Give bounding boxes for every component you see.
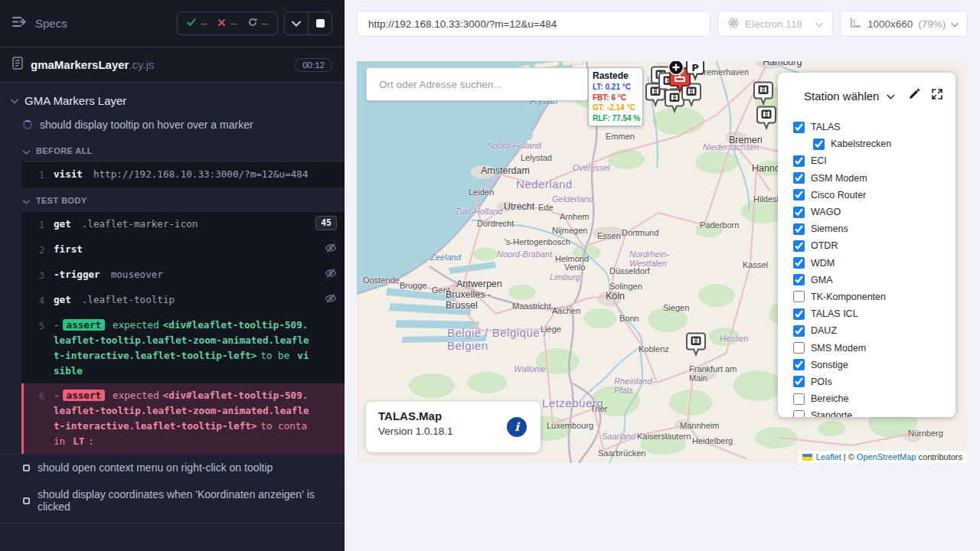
- ukraine-flag-icon: [802, 454, 812, 461]
- browser-select[interactable]: Electron 118: [717, 11, 833, 37]
- collapse-tests-button[interactable]: [285, 12, 308, 34]
- passed-count: --: [187, 18, 207, 29]
- station-checkbox[interactable]: [793, 223, 805, 235]
- reporter-header: Specs -- -- --: [0, 0, 345, 47]
- station-checkbox[interactable]: [793, 359, 805, 370]
- station-checkbox[interactable]: [793, 155, 805, 167]
- pending-square-icon: [23, 497, 30, 504]
- station-label: WAGO: [811, 207, 841, 217]
- osm-link[interactable]: OpenStreetMap: [857, 452, 916, 461]
- station-checkbox[interactable]: [793, 122, 805, 133]
- chevron-down-icon: [23, 144, 30, 158]
- edit-pencil-icon[interactable]: [908, 88, 920, 103]
- station-item: Kabelstrecken: [813, 135, 943, 152]
- invisible-eye-icon: [325, 242, 337, 259]
- station-checkbox[interactable]: [793, 376, 805, 387]
- suite-header[interactable]: GMA Markers Layer: [0, 83, 345, 112]
- station-item: WAGO: [793, 204, 943, 220]
- station-item: DAUZ: [793, 322, 943, 339]
- map-attribution: Leaflet | © OpenStreetMap contributors: [798, 451, 967, 463]
- electron-icon: [727, 17, 740, 31]
- cypress-reporter: Specs -- -- -- gmaMarkersLayer.cy.js 00:…: [0, 0, 345, 551]
- test-running[interactable]: should display tooltip on hover over a m…: [0, 112, 345, 138]
- viewport-select[interactable]: 1000x660 (79%): [840, 11, 968, 37]
- before-all-header[interactable]: BEFORE ALL: [0, 138, 345, 162]
- search-input[interactable]: [367, 79, 587, 90]
- test-pending-1[interactable]: should open context menu on right-click …: [0, 454, 345, 481]
- station-label: Bereiche: [811, 393, 848, 404]
- station-checkbox[interactable]: [793, 342, 805, 354]
- map[interactable]: HamburgBremerhavenBremenNiedersachsenHan…: [357, 61, 967, 463]
- station-item: TALAS: [793, 119, 943, 135]
- assert-failed-row[interactable]: 6 -assertexpected<div#leaflet-tooltip-50…: [21, 383, 345, 454]
- before-all-commands: 1 visithttp://192.168.10.33:3000/?m=12&u…: [21, 162, 345, 187]
- station-checkbox[interactable]: [793, 257, 805, 269]
- station-label: DAUZ: [811, 325, 837, 336]
- app-title: TALAS.Map: [378, 409, 528, 422]
- viewport-ruler-icon: [850, 17, 862, 31]
- spec-file-icon: [12, 57, 23, 73]
- about-card: TALAS.Map Version 1.0.18.1 i: [366, 402, 541, 452]
- station-label: TK-Komponenten: [811, 292, 886, 302]
- station-item: TK-Komponenten: [793, 289, 943, 305]
- station-checkbox[interactable]: [793, 189, 805, 201]
- station-label: Kabelstrecken: [831, 139, 891, 149]
- command-row-first[interactable]: 2 first: [21, 237, 345, 262]
- test-stats: -- -- --: [177, 11, 278, 35]
- station-item: Siemens: [793, 220, 943, 237]
- station-item: Sonstige: [793, 357, 943, 373]
- station-checkbox[interactable]: [793, 240, 805, 252]
- info-icon[interactable]: i: [507, 417, 527, 437]
- station-label: SMS Modem: [811, 343, 866, 354]
- station-label: TALAS: [811, 122, 841, 132]
- station-checkbox[interactable]: [793, 291, 805, 302]
- map-search[interactable]: [366, 67, 588, 101]
- station-checkbox[interactable]: [813, 139, 825, 150]
- url-bar[interactable]: [357, 11, 710, 37]
- url-input[interactable]: [368, 18, 699, 30]
- station-checkbox[interactable]: [793, 172, 805, 184]
- command-row-visit[interactable]: 1 visithttp://192.168.10.33:3000/?m=12&u…: [21, 162, 345, 187]
- spec-row[interactable]: gmaMarkersLayer.cy.js 00:12: [0, 47, 345, 83]
- specs-menu-icon[interactable]: [12, 16, 28, 31]
- assert-badge: assert: [63, 390, 106, 401]
- station-item: GMA: [793, 272, 943, 289]
- stop-icon: [316, 19, 325, 28]
- failed-count: --: [217, 18, 237, 29]
- station-checkbox[interactable]: [793, 207, 805, 218]
- run-controls: [284, 11, 332, 35]
- test-body-header[interactable]: TEST BODY: [0, 187, 345, 212]
- suite-title: GMA Markers Layer: [24, 94, 126, 107]
- leaflet-link[interactable]: Leaflet: [816, 452, 841, 461]
- station-checkbox[interactable]: [793, 325, 805, 337]
- command-row-get[interactable]: 1 get.leaflet-marker-icon 45: [21, 212, 345, 237]
- running-spinner-icon: [23, 120, 32, 129]
- tooltip-value-row: LT: 0.21 °C: [593, 82, 639, 93]
- expand-icon[interactable]: [931, 88, 943, 103]
- cross-icon: [217, 18, 226, 29]
- station-checkbox[interactable]: [793, 393, 805, 405]
- app-version: Version 1.0.18.1: [378, 425, 528, 437]
- aut-panel: Electron 118 1000x660 (79%): [345, 0, 980, 551]
- station-label: GSM Modem: [811, 173, 867, 184]
- command-row-trigger[interactable]: 3 -triggermouseover: [21, 262, 345, 288]
- station-checkbox[interactable]: [793, 308, 805, 320]
- chevron-down-icon[interactable]: [887, 89, 895, 103]
- pending-square-icon: [23, 465, 30, 471]
- station-label: ECI: [811, 155, 827, 166]
- station-item: Bereiche: [793, 390, 943, 407]
- chevron-down-icon: [11, 93, 18, 107]
- station-label: TALAS ICL: [811, 308, 858, 319]
- command-row-get-tooltip[interactable]: 4 get.leaflet-tooltip: [21, 288, 345, 313]
- assert-passed-row[interactable]: 5 -assertexpected<div#leaflet-tooltip-50…: [21, 313, 345, 383]
- station-item: Standorte: [793, 407, 943, 417]
- test-pending-2[interactable]: should display coordinates when 'Koordin…: [0, 481, 345, 520]
- element-count-badge: 45: [315, 216, 337, 230]
- chevron-down-icon: [815, 18, 823, 30]
- station-label: OTDR: [811, 240, 838, 251]
- station-checkbox[interactable]: [793, 410, 805, 417]
- stop-button[interactable]: [309, 12, 332, 34]
- station-checkbox[interactable]: [793, 274, 805, 285]
- check-icon: [187, 18, 196, 29]
- refresh-icon: [248, 18, 257, 29]
